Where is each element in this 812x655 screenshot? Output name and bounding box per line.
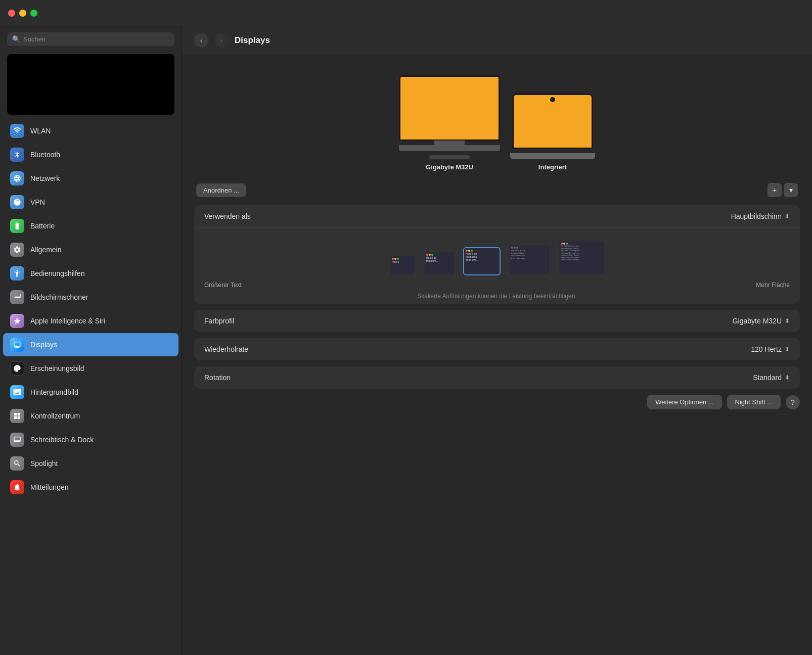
sidebar-item-bluetooth[interactable]: Bluetooth (3, 143, 178, 166)
resolution-option-5[interactable]: Here's to the crazy onetroublemakers. Th… (558, 240, 605, 275)
vpn-icon (10, 195, 24, 209)
res-preview-2: Here's totroublem... (424, 251, 455, 275)
monitor-gigabyte-label: Gigabyte M32U (426, 163, 473, 171)
display-dropdown-button[interactable]: ▾ (784, 183, 798, 197)
wlan-icon (10, 124, 24, 138)
resolution-option-3[interactable]: Here's to ttroublemaones who... (463, 247, 501, 275)
display-panel: Gigabyte M32U Integriert Anordnen ... + … (182, 55, 812, 655)
sidebar-item-mitteilungen[interactable]: Mitteilungen (3, 476, 178, 499)
add-display-button[interactable]: + (768, 183, 782, 197)
apple-intelligence-icon (10, 314, 24, 328)
sidebar-label-hintergrundbild: Hintergrundbild (30, 388, 78, 396)
rotation-value: Standard (753, 373, 782, 382)
sidebar-label-erscheinungsbild: Erscheinungsbild (30, 364, 84, 372)
bottom-buttons: Weitere Optionen ... Night Shift ... ? (194, 395, 800, 413)
farbprofil-value-container[interactable]: Gigabyte M32U ⬍ (733, 317, 790, 325)
main-layout: 🔍 WLAN Bluetooth (0, 26, 812, 655)
sidebar-item-apple-intelligence[interactable]: Apple Intelligence & Siri (3, 309, 178, 333)
wiederholrate-value: 120 Hertz (751, 345, 782, 353)
sidebar-item-vpn[interactable]: VPN (3, 191, 178, 214)
rotation-value-container[interactable]: Standard ⬍ (753, 373, 790, 382)
search-icon: 🔍 (12, 35, 20, 43)
monitor-gigabyte (399, 75, 500, 141)
farbprofil-row[interactable]: Farbprofil Gigabyte M32U ⬍ (194, 310, 800, 332)
close-button[interactable] (8, 10, 15, 17)
sidebar-label-schreibtisch: Schreibtisch & Dock (30, 436, 94, 444)
bedienungshilfen-icon (10, 266, 24, 280)
sidebar-item-batterie[interactable]: Batterie (3, 214, 178, 238)
sidebar-item-wlan[interactable]: WLAN (3, 119, 178, 143)
sidebar-item-allgemein[interactable]: Allgemein (3, 238, 178, 261)
label-mehr-flaeche: Mehr Fläche (756, 282, 790, 289)
sidebar: 🔍 WLAN Bluetooth (0, 26, 182, 655)
sidebar-item-netzwerk[interactable]: Netzwerk (3, 167, 178, 190)
content-header: ‹ › Displays (182, 26, 812, 55)
sidebar-item-kontrollzentrum[interactable]: Kontrollzentrum (3, 404, 178, 428)
toolbar-row: Anordnen ... + ▾ (194, 183, 800, 197)
resolution-option-2[interactable]: Here's totroublem... (424, 251, 455, 275)
sidebar-item-displays[interactable]: Displays (3, 333, 178, 356)
content-area: ‹ › Displays Gigabyte M32U Integriert (182, 26, 812, 655)
laptop-screen (512, 93, 593, 149)
minimize-button[interactable] (19, 10, 26, 17)
rotation-label: Rotation (204, 373, 231, 382)
search-input[interactable] (23, 35, 169, 43)
sidebar-item-bedienungshilfen[interactable]: Bedienungshilfen (3, 262, 178, 285)
sidebar-item-spotlight[interactable]: Spotlight (3, 452, 178, 475)
label-groesser-text: Größerer Text (204, 282, 242, 289)
sidebar-item-bildschirmschoner[interactable]: Bildschirmschoner (3, 286, 178, 309)
wiederholrate-stepper: ⬍ (785, 346, 790, 353)
resolution-option-4[interactable]: Here's to the crtroublemakers.ones who s… (509, 244, 550, 275)
sidebar-list: WLAN Bluetooth Netzwerk (0, 119, 182, 655)
sidebar-label-mitteilungen: Mitteilungen (30, 483, 69, 491)
arrange-button[interactable]: Anordnen ... (196, 183, 246, 197)
sidebar-item-erscheinungsbild[interactable]: Erscheinungsbild (3, 357, 178, 380)
farbprofil-label: Farbprofil (204, 317, 234, 325)
sidebar-label-spotlight: Spotlight (30, 459, 58, 467)
forward-button[interactable]: › (214, 33, 229, 48)
sidebar-label-allgemein: Allgemein (30, 246, 61, 254)
display-item-gigabyte[interactable]: Gigabyte M32U (399, 75, 500, 171)
sidebar-label-bildschirmschoner: Bildschirmschoner (30, 293, 88, 301)
erscheinungsbild-icon (10, 361, 24, 376)
displays-icon (10, 338, 24, 352)
traffic-lights (8, 10, 37, 17)
farbprofil-value: Gigabyte M32U (733, 317, 782, 325)
wiederholrate-label: Wiederholrate (204, 345, 248, 353)
verwenden-als-row: Verwenden als Hauptbildschirm ⬍ (194, 205, 800, 228)
sidebar-label-kontrollzentrum: Kontrollzentrum (30, 412, 80, 420)
rotation-stepper: ⬍ (785, 374, 790, 381)
wiederholrate-value-container[interactable]: 120 Hertz ⬍ (751, 345, 790, 353)
verwenden-als-value[interactable]: Hauptbildschirm ⬍ (731, 212, 790, 220)
resolution-option-1[interactable]: Here's (389, 255, 416, 275)
titlebar (0, 0, 812, 26)
resolution-end-labels: Größerer Text Mehr Fläche (204, 282, 790, 289)
wiederholrate-row[interactable]: Wiederholrate 120 Hertz ⬍ (194, 338, 800, 360)
rotation-row[interactable]: Rotation Standard ⬍ (194, 366, 800, 389)
help-button[interactable]: ? (786, 395, 800, 409)
display-item-laptop[interactable]: Integriert (510, 93, 595, 171)
sidebar-label-wlan: WLAN (30, 127, 51, 135)
laptop-label: Integriert (538, 163, 567, 171)
weitere-optionen-button[interactable]: Weitere Optionen ... (647, 395, 721, 409)
monitor-base (429, 155, 470, 159)
farbprofil-section: Farbprofil Gigabyte M32U ⬍ (194, 310, 800, 332)
sidebar-label-displays: Displays (30, 341, 57, 349)
toolbar-right: + ▾ (768, 183, 798, 197)
night-shift-button[interactable]: Night Shift ... (727, 395, 781, 409)
profile-area (7, 54, 174, 115)
sidebar-item-schreibtisch[interactable]: Schreibtisch & Dock (3, 428, 178, 451)
sidebar-item-hintergrundbild[interactable]: Hintergrundbild (3, 381, 178, 404)
maximize-button[interactable] (30, 10, 37, 17)
spotlight-icon (10, 456, 24, 471)
back-button[interactable]: ‹ (194, 33, 208, 48)
search-bar[interactable]: 🔍 (7, 32, 174, 46)
res-preview-4: Here's to the crtroublemakers.ones who s… (509, 244, 550, 275)
resolution-options-container: Here's Here's tot (194, 228, 800, 304)
hauptbildschirm-value: Hauptbildschirm (731, 212, 782, 220)
sidebar-label-apple-intelligence: Apple Intelligence & Siri (30, 317, 105, 325)
sidebar-label-vpn: VPN (30, 198, 45, 206)
displays-preview: Gigabyte M32U Integriert (194, 67, 800, 179)
toolbar-left: Anordnen ... (196, 183, 246, 197)
verwenden-als-section: Verwenden als Hauptbildschirm ⬍ (194, 205, 800, 304)
